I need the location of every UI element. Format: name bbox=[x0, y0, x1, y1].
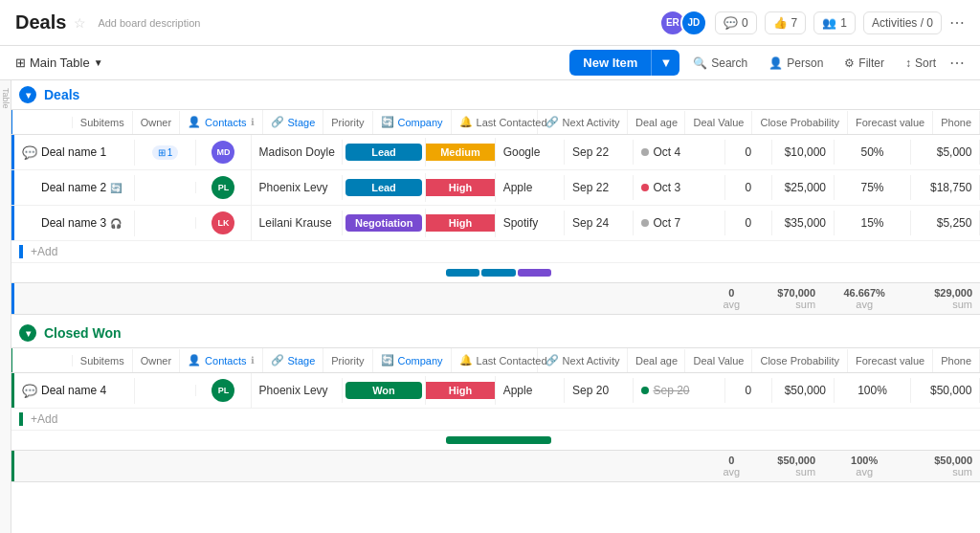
cell-forecast-3: $5,250 bbox=[911, 211, 980, 235]
closedwon-add-row[interactable]: + Add bbox=[11, 409, 980, 431]
toolbar-more-button[interactable]: ⋯ bbox=[949, 54, 965, 72]
col-header-stage[interactable]: 🔗Stage bbox=[263, 110, 324, 134]
header-more-button[interactable]: ⋯ bbox=[949, 13, 965, 32]
summary-dealage: 0 avg bbox=[706, 283, 757, 314]
comment-icon: 💬 bbox=[724, 16, 738, 30]
owner-avatar-1: MD bbox=[212, 141, 234, 164]
search-button[interactable]: 🔍 Search bbox=[685, 52, 755, 75]
col-header-closeprob: Close Probability bbox=[752, 111, 848, 134]
cell-name-2: 💬 Deal name 2 🔄 bbox=[14, 175, 135, 201]
bar-2 bbox=[481, 269, 515, 277]
new-item-dropdown-icon[interactable]: ▼ bbox=[651, 50, 679, 76]
sidebar-table-label: Table bbox=[0, 80, 11, 533]
cell-name-4: 💬 Deal name 4 bbox=[14, 378, 135, 404]
cell-stage-2[interactable]: Lead bbox=[343, 173, 427, 202]
cell-subitems-4 bbox=[135, 385, 197, 396]
users-button[interactable]: 👥 1 bbox=[813, 11, 856, 34]
col-header-contacts[interactable]: 👤Contacts ℹ bbox=[180, 110, 262, 134]
table-row: 💬 Deal name 4 PL Phoenix Levy Won High A bbox=[11, 373, 980, 409]
add-icon: + bbox=[31, 245, 37, 258]
stage-badge-4[interactable]: Won bbox=[345, 382, 422, 399]
stage-link-icon: 🔗 bbox=[271, 116, 284, 128]
group-closed-won-collapse[interactable]: ▾ bbox=[19, 324, 36, 342]
subitem-count[interactable]: ⊞ 1 bbox=[152, 145, 179, 160]
view-label: Main Table bbox=[30, 56, 90, 70]
cw-summary-spacer8 bbox=[608, 462, 706, 470]
owner-avatar-2: PL bbox=[212, 176, 234, 199]
col-header-phone: Phone bbox=[933, 111, 980, 134]
col-header-priority: Priority bbox=[323, 111, 372, 134]
priority-badge-4[interactable]: High bbox=[426, 382, 495, 399]
cw-stage-color-bar bbox=[446, 436, 551, 444]
deals-add-row[interactable]: + Add bbox=[11, 241, 980, 263]
cell-priority-4[interactable]: High bbox=[426, 376, 495, 405]
board-title: Deals bbox=[15, 11, 66, 33]
cell-lastcontact-3: Sep 24 bbox=[565, 211, 634, 235]
cell-stage-4[interactable]: Won bbox=[343, 376, 427, 405]
bar-3 bbox=[518, 269, 551, 277]
next-activity-dot-3 bbox=[641, 219, 649, 227]
cell-priority-1[interactable]: Medium bbox=[426, 138, 495, 167]
closedwon-summary-row: 0 avg $50,000 sum 100% avg $50,000 sum bbox=[11, 450, 980, 482]
group-deals-title: Deals bbox=[44, 87, 79, 102]
cell-priority-3[interactable]: High bbox=[426, 209, 495, 237]
star-icon[interactable]: ☆ bbox=[74, 15, 86, 31]
cell-dealage-3: 0 bbox=[725, 211, 773, 235]
stage-badge-1[interactable]: Lead bbox=[345, 144, 422, 161]
cw-col-header-company[interactable]: 🔄Company bbox=[373, 348, 452, 372]
priority-badge-3[interactable]: High bbox=[426, 214, 495, 232]
cw-contacts-icon: 👤 bbox=[188, 354, 201, 366]
cw-link-icon: 🔗 bbox=[546, 354, 559, 366]
priority-badge-2[interactable]: High bbox=[426, 179, 495, 196]
col-header-company[interactable]: 🔄Company bbox=[373, 110, 452, 134]
owner-avatar-3: LK bbox=[212, 211, 234, 234]
cell-closeprob-2: 75% bbox=[835, 175, 911, 200]
table-row: 💬 Deal name 3 🎧 LK Leilani Krause Negoti… bbox=[11, 206, 980, 241]
priority-badge-1[interactable]: Medium bbox=[426, 144, 495, 161]
cell-priority-2[interactable]: High bbox=[426, 173, 495, 202]
cell-forecast-1: $5,000 bbox=[911, 140, 980, 165]
cw-col-header-contacts[interactable]: 👤Contacts ℹ bbox=[180, 348, 262, 372]
cell-stage-1[interactable]: Lead bbox=[343, 138, 427, 167]
cell-subitems-3 bbox=[135, 217, 197, 229]
col-header-dealvalue: Deal Value bbox=[685, 111, 752, 134]
new-item-button[interactable]: New Item ▼ bbox=[569, 50, 679, 76]
sort-icon: ↕ bbox=[905, 56, 911, 70]
cw-col-header-stage[interactable]: 🔗Stage bbox=[263, 348, 324, 372]
summary-forecast: $29,000 sum bbox=[905, 283, 980, 314]
comment-icon[interactable]: 💬 bbox=[22, 384, 37, 398]
view-selector[interactable]: ⊞ Main Table ▼ bbox=[15, 56, 103, 70]
group-closed-won-title: Closed Won bbox=[44, 325, 122, 341]
person-button[interactable]: 👤 Person bbox=[761, 52, 831, 75]
cw-company-icon: 🔄 bbox=[381, 354, 394, 366]
top-bar-right: ER JD 💬 0 👍 7 👥 1 Activities / 0 ⋯ bbox=[659, 10, 965, 36]
sort-button[interactable]: ↕ Sort bbox=[898, 52, 944, 75]
likes-button[interactable]: 👍 7 bbox=[765, 11, 807, 34]
cw-summary-closeprob: 100% avg bbox=[823, 451, 905, 481]
stage-badge-3[interactable]: Negotiation bbox=[345, 214, 422, 232]
chevron-down-icon: ▼ bbox=[94, 57, 103, 68]
board-subtitle: Add board description bbox=[98, 17, 200, 29]
deals-color-bar-row bbox=[11, 263, 980, 282]
comments-button[interactable]: 💬 0 bbox=[715, 11, 757, 34]
summary-spacer4 bbox=[270, 295, 368, 302]
activities-button[interactable]: Activities / 0 bbox=[863, 11, 942, 34]
cw-summary-spacer bbox=[14, 462, 145, 470]
like-icon: 👍 bbox=[773, 16, 788, 30]
comment-icon[interactable]: 💬 bbox=[22, 145, 37, 160]
cell-stage-3[interactable]: Negotiation bbox=[343, 209, 427, 237]
cell-subitems-2 bbox=[135, 182, 197, 193]
cell-contacts-2: Phoenix Levy bbox=[252, 175, 343, 200]
stage-badge-2[interactable]: Lead bbox=[345, 179, 422, 196]
cell-nextactivity-4: Sep 20 bbox=[634, 378, 724, 403]
table-row: 💬 Deal name 2 🔄 PL Phoenix Levy Lead Hig… bbox=[11, 170, 980, 206]
cw-col-header-phone: Phone bbox=[933, 349, 980, 372]
stage-color-bar bbox=[446, 269, 551, 277]
group-deals-collapse[interactable]: ▾ bbox=[19, 86, 36, 103]
closedwon-color-bar-row bbox=[11, 431, 980, 450]
cw-col-header-lastcontact: 🔔Last Contacted bbox=[452, 348, 538, 372]
new-item-label: New Item bbox=[569, 50, 651, 76]
table-scroll-area[interactable]: ▾ Deals Subitems Owner 👤Contacts ℹ 🔗Stag… bbox=[11, 80, 980, 533]
group-closed-won-header: ▾ Closed Won bbox=[11, 319, 980, 347]
filter-button[interactable]: ⚙ Filter bbox=[836, 52, 892, 75]
